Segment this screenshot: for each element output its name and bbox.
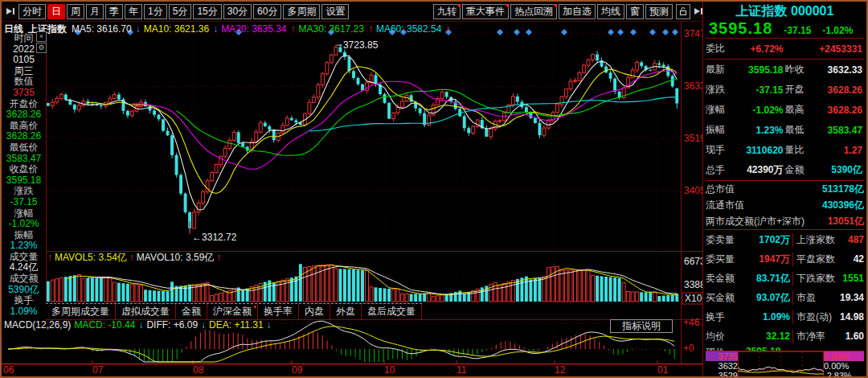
info-label: 振幅 bbox=[2, 230, 46, 241]
quote-label: 委比 bbox=[706, 42, 725, 55]
x-axis-month-label: 10 bbox=[384, 364, 395, 376]
tool-button-加自选[interactable]: 加自选 bbox=[559, 4, 596, 19]
tool-button-group: 九转重大事件热点回溯加自选均线窗预测 bbox=[433, 4, 673, 19]
period-tab-季[interactable]: 季 bbox=[105, 4, 123, 19]
last-price: 3595.18 bbox=[709, 19, 772, 38]
crosshair-info-panel: × ⚙ 时间20220105周三数值3735开盘价3628.26最高价3628.… bbox=[2, 33, 47, 320]
trend-arrow-icon: ↓ bbox=[267, 319, 272, 331]
macd-value: DEA: +11.31 bbox=[209, 319, 264, 331]
quote-value: 3110620 bbox=[746, 145, 784, 156]
period-tab-15分[interactable]: 15分 bbox=[193, 4, 221, 19]
info-label: 开盘价 bbox=[2, 99, 46, 110]
period-tab-设置[interactable]: 设置 bbox=[321, 4, 349, 19]
trend-arrow-icon: ↓ bbox=[213, 23, 218, 35]
tool-button-热点回溯[interactable]: 热点回溯 bbox=[510, 4, 557, 19]
period-tab-周[interactable]: 周 bbox=[67, 4, 84, 19]
x-axis-month-label: 11 bbox=[457, 364, 466, 376]
quote-row: 总手42390万金额5390亿 bbox=[706, 160, 864, 180]
period-tab-1分[interactable]: 1分 bbox=[144, 4, 167, 19]
quote-value: 42390万 bbox=[747, 163, 784, 177]
period-tab-group: 分时日周月季年1分5分15分30分60分多周期设置 bbox=[18, 4, 349, 19]
quote-row: 委比+6.72%+2453331 bbox=[706, 39, 864, 60]
x-axis-month-label: 08 bbox=[193, 364, 203, 376]
quote-label: 开盘 bbox=[785, 83, 805, 97]
info-value: 3628.26 bbox=[2, 109, 46, 121]
info-value: 0105 bbox=[2, 55, 46, 66]
quote-value: -1.02% bbox=[752, 105, 784, 116]
quote-row: 均价32.12市净率1.60 bbox=[706, 327, 864, 346]
price-change: -37.15 bbox=[784, 25, 811, 36]
quote-row: 现手3110620量比1.27 bbox=[706, 140, 864, 160]
trend-arrow-icon: ↑ bbox=[291, 23, 296, 35]
period-tab-多周期[interactable]: 多周期 bbox=[283, 4, 320, 19]
indicator-tab-金额[interactable]: 金额 bbox=[176, 304, 207, 319]
indicator-tab-内盘[interactable]: 内盘 bbox=[299, 304, 330, 319]
period-tab-日[interactable]: 日 bbox=[47, 4, 65, 19]
svg-text:X10: X10 bbox=[685, 293, 702, 304]
period-tab-60分[interactable]: 60分 bbox=[253, 4, 281, 19]
period-tab-5分[interactable]: 5分 bbox=[169, 4, 192, 19]
mini-chart-price-labels: 373536323529 bbox=[706, 351, 738, 376]
info-value: -1.02% bbox=[2, 219, 46, 230]
info-value: 3583.47 bbox=[2, 154, 46, 165]
lock-icon[interactable] bbox=[676, 4, 690, 19]
quote-row: 卖金额83.71亿下跌家数1551 bbox=[706, 269, 864, 288]
volume-indicator-header: ↑MAVOL5: 3.54亿↑MAVOL10: 3.59亿↑ bbox=[47, 251, 223, 265]
info-label: 换手 bbox=[2, 295, 46, 306]
ma-value: MA5: 3616.70 bbox=[72, 23, 132, 35]
mini-intraday-chart[interactable]: 373536323529 2.83%0.00%-2.83% bbox=[706, 351, 864, 376]
tool-button-窗[interactable]: 窗 bbox=[626, 4, 644, 19]
info-label: 数值 bbox=[2, 76, 46, 88]
indicator-help-button[interactable]: 指标说明 bbox=[610, 319, 673, 333]
tool-button-九转[interactable]: 九转 bbox=[433, 4, 461, 19]
indicator-tab-外盘[interactable]: 外盘 bbox=[330, 304, 362, 319]
quote-row: 委买量1947万平盘家数42 bbox=[706, 249, 864, 269]
indicator-tab-多周期成交量[interactable]: 多周期成交量 bbox=[46, 304, 116, 319]
quote-value: 3628.26 bbox=[828, 105, 864, 116]
ma-indicator-header: 日线上证指数MA5: 3616.70↓MA10: 3621.36↓MA20: 3… bbox=[4, 23, 457, 34]
quote-value: +2453331 bbox=[819, 43, 864, 55]
quote-label: 现手 bbox=[706, 143, 725, 157]
quote-row: 最新3595.18昨收3632.33 bbox=[706, 60, 864, 80]
close-icon[interactable]: × bbox=[36, 31, 47, 42]
quote-value: 3583.47 bbox=[828, 125, 864, 136]
info-value: 3628.26 bbox=[2, 131, 46, 142]
quote-row: 涨幅-1.02%最高3628.26 bbox=[706, 100, 864, 120]
info-value: 1.23% bbox=[2, 240, 46, 252]
info-value: 3735 bbox=[2, 88, 46, 99]
svg-text:+0: +0 bbox=[683, 343, 694, 354]
quote-value: -37.15 bbox=[755, 84, 784, 96]
collapse-panel-icon[interactable] bbox=[4, 5, 17, 18]
period-tab-分时[interactable]: 分时 bbox=[18, 4, 46, 19]
info-label: 涨幅 bbox=[2, 208, 46, 220]
indicator-tab-盘后成交量[interactable]: 盘后成交量 bbox=[362, 304, 422, 319]
quote-row: 委卖量1702万上涨家数487 bbox=[706, 230, 864, 249]
mavol-value: ↑ bbox=[129, 252, 134, 263]
info-value: 周三 bbox=[2, 66, 46, 77]
quote-panel: 上证指数 000001 3595.18 -37.15 -1.02% 委比+6.7… bbox=[702, 2, 866, 376]
quote-label: 振幅 bbox=[706, 123, 725, 137]
indicator-tab-换手率[interactable]: 换手率 bbox=[258, 304, 299, 319]
indicator-tab-沪深金额[interactable]: 沪深金额 bbox=[207, 304, 258, 319]
macd-indicator-header: MACD(12,26,9)MACD: -10.44↓DIFF: +6.09↓DE… bbox=[4, 319, 278, 331]
quote-value: 1.23% bbox=[755, 125, 784, 136]
ma-value: MA60: 3582.54 bbox=[376, 23, 441, 35]
mavol-value: MAVOL5: 3.54亿 bbox=[55, 252, 127, 263]
price-change-pct: -1.02% bbox=[822, 25, 853, 36]
indicator-tab-虚拟成交量[interactable]: 虚拟成交量 bbox=[116, 304, 176, 319]
tool-button-均线[interactable]: 均线 bbox=[597, 4, 624, 19]
trend-arrow-icon: ↓ bbox=[136, 23, 141, 35]
mavol-value: MAVOL10: 3.59亿 bbox=[137, 252, 215, 263]
tool-button-预测[interactable]: 预测 bbox=[645, 4, 673, 19]
period-tab-30分[interactable]: 30分 bbox=[223, 4, 252, 19]
gear-icon[interactable]: ⚙ bbox=[36, 43, 47, 53]
quote-value: 3595.18 bbox=[748, 64, 784, 76]
period-tab-月[interactable]: 月 bbox=[86, 4, 104, 19]
mini-chart-plot bbox=[738, 351, 824, 376]
toolbar: 分时日周月季年1分5分15分30分60分多周期设置 九转重大事件热点回溯加自选均… bbox=[2, 2, 705, 22]
quote-label: 最低 bbox=[785, 123, 805, 137]
quote-value: 1.27 bbox=[844, 145, 864, 156]
tool-button-重大事件[interactable]: 重大事件 bbox=[462, 4, 509, 19]
mavol-value: ↑ bbox=[216, 252, 221, 263]
period-tab-年[interactable]: 年 bbox=[125, 4, 142, 19]
